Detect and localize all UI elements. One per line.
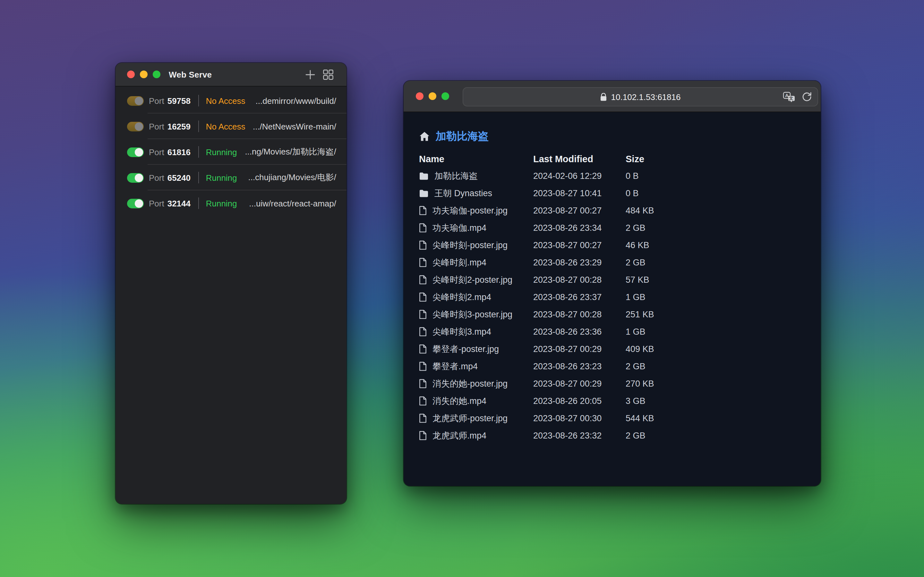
server-row: Port 65240 Running ...chujiang/Movies/电影…: [115, 165, 347, 190]
port-label: Port: [149, 147, 164, 157]
listing-header: Name Last Modified Size: [419, 150, 805, 167]
file-size: 251 KB: [626, 309, 805, 319]
file-modified: 2023-08-27 00:29: [533, 379, 626, 388]
file-name[interactable]: 尖峰时刻2-poster.jpg: [433, 274, 512, 285]
file-name[interactable]: 消失的她-poster.jpg: [433, 378, 507, 390]
desktop-wallpaper: Web Serve Port 59758 No Access ...demirr…: [0, 0, 924, 577]
breadcrumb: 加勒比海盗: [419, 130, 805, 143]
file-modified: 2023-08-26 23:37: [533, 292, 626, 302]
file-row: 功夫瑜伽-poster.jpg 2023-08-27 00:27 484 KB: [419, 202, 805, 219]
file-modified: 2023-08-26 23:23: [533, 362, 626, 371]
port-label: Port: [149, 173, 164, 182]
file-index-page: 加勒比海盗 Name Last Modified Size: [404, 112, 821, 444]
file-row: 尖峰时刻.mp4 2023-08-26 23:29 2 GB: [419, 254, 805, 271]
server-toggle[interactable]: [127, 121, 144, 131]
server-toggle[interactable]: [127, 173, 144, 182]
server-row: Port 61816 Running ...ng/Movies/加勒比海盗/: [115, 139, 347, 165]
file-modified: 2023-08-27 00:29: [533, 344, 626, 354]
file-name[interactable]: 龙虎武师.mp4: [433, 430, 486, 442]
file-name[interactable]: 王朝 Dynasties: [435, 187, 492, 199]
server-toggle[interactable]: [127, 147, 144, 157]
svg-text:A: A: [785, 92, 788, 98]
file-name[interactable]: 攀登者.mp4: [433, 361, 478, 372]
file-size: 270 KB: [626, 379, 805, 388]
translate-icon: A 文: [783, 91, 795, 102]
file-name[interactable]: 龙虎武师-poster.jpg: [433, 413, 507, 424]
close-button[interactable]: [127, 71, 135, 78]
file-row: 尖峰时刻3-poster.jpg 2023-08-27 00:28 251 KB: [419, 306, 805, 323]
lock-icon: [600, 93, 607, 101]
toggle-knob: [135, 122, 143, 131]
add-server-button[interactable]: [304, 68, 317, 81]
file-icon: [419, 206, 427, 215]
server-status: Running: [206, 147, 237, 157]
reload-button[interactable]: [802, 92, 812, 102]
port-number: 32144: [168, 198, 194, 208]
port-number: 65240: [168, 173, 194, 182]
zoom-button[interactable]: [441, 92, 449, 100]
minimize-button[interactable]: [140, 71, 148, 78]
file-icon: [419, 396, 427, 406]
file-listing: Name Last Modified Size 加勒比海盗 2024-02-06…: [419, 150, 805, 444]
file-name[interactable]: 消失的她.mp4: [433, 395, 486, 407]
file-name[interactable]: 功夫瑜伽-poster.jpg: [433, 205, 507, 216]
file-row: 龙虎武师.mp4 2023-08-26 23:32 2 GB: [419, 427, 805, 444]
address-bar[interactable]: 10.102.1.53:61816 A 文: [463, 87, 818, 106]
file-name[interactable]: 攀登者-poster.jpg: [433, 343, 499, 355]
file-row: 尖峰时刻2.mp4 2023-08-26 23:37 1 GB: [419, 288, 805, 306]
file-row: 王朝 Dynasties 2023-08-27 10:41 0 B: [419, 185, 805, 202]
window-controls: [127, 71, 160, 78]
close-button[interactable]: [416, 92, 423, 100]
port-number: 61816: [168, 147, 194, 157]
reload-icon: [802, 92, 812, 102]
file-name[interactable]: 尖峰时刻2.mp4: [433, 292, 491, 303]
port-label: Port: [149, 96, 164, 105]
file-modified: 2023-08-27 00:27: [533, 206, 626, 215]
file-row: 功夫瑜伽.mp4 2023-08-26 23:34 2 GB: [419, 219, 805, 237]
minimize-button[interactable]: [429, 92, 436, 100]
file-size: 3 GB: [626, 396, 805, 406]
file-size: 2 GB: [626, 258, 805, 268]
file-name[interactable]: 功夫瑜伽.mp4: [433, 222, 486, 234]
file-icon: [419, 292, 427, 302]
file-row: 消失的她-poster.jpg 2023-08-27 00:29 270 KB: [419, 375, 805, 392]
url-text: 10.102.1.53:61816: [611, 92, 681, 102]
file-name[interactable]: 尖峰时刻-poster.jpg: [433, 239, 507, 251]
row-divider: [198, 146, 199, 158]
server-toggle[interactable]: [127, 96, 144, 105]
file-name[interactable]: 尖峰时刻3-poster.jpg: [433, 309, 512, 320]
file-modified: 2023-08-26 23:29: [533, 258, 626, 268]
file-modified: 2023-08-27 00:28: [533, 275, 626, 285]
server-row: Port 32144 Running ...uiw/react/react-am…: [115, 190, 347, 216]
translate-button[interactable]: A 文: [783, 91, 795, 102]
file-name[interactable]: 加勒比海盗: [435, 170, 478, 182]
web-serve-titlebar: Web Serve: [115, 63, 347, 87]
zoom-button[interactable]: [153, 71, 160, 78]
row-divider: [198, 121, 199, 132]
grid-icon: [322, 69, 333, 80]
file-icon: [419, 240, 427, 250]
file-row: 攀登者-poster.jpg 2023-08-27 00:29 409 KB: [419, 340, 805, 358]
file-name[interactable]: 尖峰时刻3.mp4: [433, 326, 491, 338]
file-row: 尖峰时刻3.mp4 2023-08-26 23:36 1 GB: [419, 323, 805, 340]
home-link[interactable]: 加勒比海盗: [436, 129, 489, 143]
server-path: .../NetNewsWire-main/: [253, 121, 336, 131]
column-size: Size: [626, 153, 805, 164]
file-size: 1 GB: [626, 327, 805, 337]
toggle-knob: [135, 199, 143, 207]
file-name[interactable]: 尖峰时刻.mp4: [433, 257, 486, 268]
row-divider: [198, 172, 199, 183]
file-modified: 2023-08-26 23:34: [533, 223, 626, 233]
file-icon: [419, 431, 427, 440]
file-icon: [419, 258, 427, 268]
server-row: Port 16259 No Access .../NetNewsWire-mai…: [115, 113, 347, 139]
file-icon: [419, 309, 427, 319]
file-row: 攀登者.mp4 2023-08-26 23:23 2 GB: [419, 358, 805, 375]
file-list: 加勒比海盗 2024-02-06 12:29 0 B 王朝 Dynasties …: [419, 167, 805, 444]
file-row: 消失的她.mp4 2023-08-26 20:05 3 GB: [419, 392, 805, 410]
server-status: Running: [206, 173, 237, 182]
toggle-knob: [135, 97, 143, 105]
file-modified: 2023-08-27 00:28: [533, 309, 626, 319]
grid-view-button[interactable]: [321, 68, 334, 81]
server-toggle[interactable]: [127, 198, 144, 208]
